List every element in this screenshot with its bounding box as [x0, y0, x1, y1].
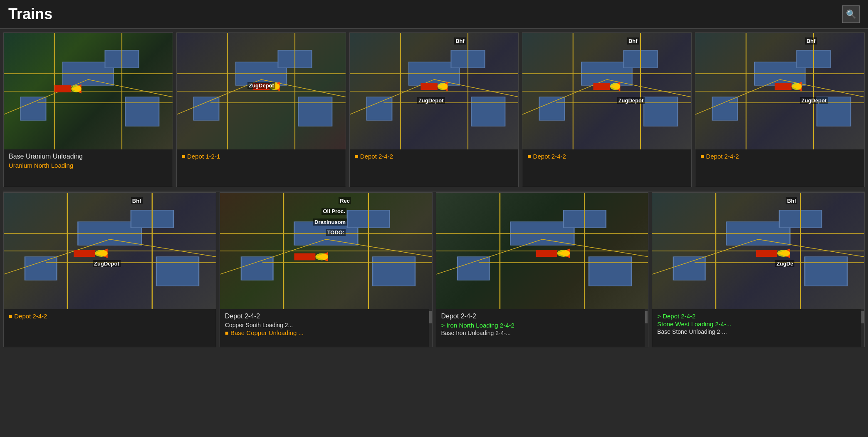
svg-rect-11: [54, 85, 72, 92]
map-label: Draxinusom: [313, 218, 347, 226]
svg-rect-123: [756, 250, 777, 257]
svg-point-111: [557, 250, 570, 257]
svg-point-55: [610, 83, 620, 90]
train-map: BhfZugDepot: [695, 33, 864, 149]
svg-rect-45: [644, 97, 678, 126]
train-route-primary: Stone West Loading 2-4-...: [657, 320, 856, 328]
train-card[interactable]: ZugDepot■ Depot 1-2-1: [176, 32, 346, 187]
train-name: ■ Depot 2-4-2: [355, 153, 514, 160]
svg-rect-58: [712, 97, 738, 120]
page-title: Trains: [8, 5, 52, 23]
map-label: Rec: [339, 197, 351, 204]
search-button[interactable]: 🔍: [842, 5, 860, 23]
svg-rect-115: [805, 257, 847, 286]
train-route-primary: > Iron North Loading 2-4-2: [441, 322, 640, 329]
card-info-wrapper: ■ Depot 2-4-2: [350, 149, 519, 187]
svg-rect-2: [21, 97, 46, 120]
train-map: BhfZugDepot: [522, 33, 691, 149]
card-info-wrapper: Depot 2-4-2> Iron North Loading 2-4-2Bas…: [436, 309, 648, 347]
svg-rect-95: [294, 253, 315, 261]
scrollbar-thumb: [645, 311, 648, 323]
scrollbar[interactable]: [861, 309, 864, 347]
train-name: Depot 2-4-2: [225, 313, 424, 320]
train-route-extra: ■ Base Copper Unloading ...: [225, 329, 424, 336]
train-name: ■ Depot 1-2-1: [182, 153, 341, 160]
svg-rect-17: [298, 97, 332, 126]
map-label: Bhf: [805, 37, 817, 45]
card-info: Depot 2-4-2Copper South Loading 2...■ Ba…: [220, 309, 429, 347]
svg-point-41: [438, 83, 448, 90]
train-name: ■ Depot 2-4-2: [700, 153, 859, 160]
train-card[interactable]: BhfZugDepot■ Depot 2-4-2: [349, 32, 519, 187]
scrollbar[interactable]: [645, 309, 648, 347]
map-label: ZugDepot: [247, 82, 275, 89]
train-map: BhfZugDepot: [350, 33, 519, 149]
card-info: Base Uranium UnloadingUranium North Load…: [4, 149, 173, 187]
map-label: TODO:: [326, 229, 346, 236]
train-card[interactable]: BhfZugDepot■ Depot 2-4-2: [3, 192, 216, 347]
card-info: ■ Depot 2-4-2: [695, 149, 864, 187]
train-route-primary: Uranium North Loading: [9, 162, 168, 169]
svg-rect-81: [74, 250, 95, 257]
train-map: [4, 33, 173, 149]
map-label: ZugDepot: [617, 97, 645, 104]
svg-line-94: [326, 239, 432, 257]
svg-rect-109: [536, 250, 557, 257]
train-card[interactable]: BhfZugDe> Depot 2-4-2Stone West Loading …: [652, 192, 865, 347]
train-route-extra: Base Stone Unloading 2-...: [657, 328, 856, 335]
train-card[interactable]: BhfZugDepot■ Depot 2-4-2: [695, 32, 865, 187]
card-info: Depot 2-4-2> Iron North Loading 2-4-2Bas…: [436, 309, 645, 347]
map-label: Bhf: [131, 197, 143, 204]
train-name: Depot 2-4-2: [441, 313, 640, 320]
svg-rect-53: [594, 83, 611, 90]
trains-row-1: Base Uranium UnloadingUranium North Load…: [0, 29, 868, 191]
svg-point-83: [95, 250, 108, 257]
svg-rect-67: [775, 83, 792, 90]
scrollbar[interactable]: [429, 309, 432, 347]
svg-rect-86: [241, 257, 273, 280]
svg-rect-100: [457, 257, 489, 280]
card-info: ■ Depot 2-4-2: [350, 149, 519, 187]
train-name: ■ Depot 2-4-2: [9, 313, 211, 320]
svg-rect-30: [366, 97, 392, 120]
map-label: Oil Proc.: [321, 208, 346, 215]
svg-point-97: [315, 253, 328, 261]
svg-point-69: [791, 83, 801, 90]
svg-rect-114: [673, 257, 705, 280]
svg-line-10: [88, 79, 173, 97]
svg-rect-31: [471, 97, 505, 126]
app-header: Trains 🔍: [0, 0, 868, 29]
trains-row-2: BhfZugDepot■ Depot 2-4-2RecOil Proc.Drax…: [0, 192, 868, 350]
card-info-wrapper: Depot 2-4-2Copper South Loading 2...■ Ba…: [220, 309, 432, 347]
map-label: ZugDepot: [417, 97, 445, 104]
svg-rect-44: [539, 97, 565, 120]
map-label: Bhf: [454, 37, 466, 45]
train-map: [436, 193, 648, 309]
card-info: ■ Depot 1-2-1: [177, 149, 346, 187]
card-info-wrapper: ■ Depot 2-4-2: [4, 309, 216, 347]
map-label: ZugDepot: [93, 260, 121, 267]
train-route-extra: Base Iron Unloading 2-4-...: [441, 330, 640, 336]
train-card[interactable]: Depot 2-4-2> Iron North Loading 2-4-2Bas…: [436, 192, 649, 347]
card-info-wrapper: Base Uranium UnloadingUranium North Load…: [4, 149, 173, 187]
scrollbar-thumb: [429, 311, 432, 323]
train-card[interactable]: RecOil Proc.DraxinusomTODO:Depot 2-4-2Co…: [220, 192, 433, 347]
map-label: Bhf: [627, 37, 639, 45]
map-label: Bhf: [786, 197, 797, 204]
train-name: ■ Depot 2-4-2: [527, 153, 686, 160]
svg-rect-72: [25, 257, 57, 280]
train-name: Base Uranium Unloading: [9, 153, 168, 160]
card-info: ■ Depot 2-4-2: [4, 309, 216, 347]
svg-rect-3: [125, 97, 159, 126]
train-card[interactable]: BhfZugDepot■ Depot 2-4-2: [522, 32, 692, 187]
train-card[interactable]: Base Uranium UnloadingUranium North Load…: [3, 32, 173, 187]
scrollbar-thumb: [861, 311, 864, 323]
svg-point-125: [777, 250, 790, 257]
svg-rect-16: [193, 97, 219, 120]
card-info-wrapper: > Depot 2-4-2Stone West Loading 2-4-...B…: [652, 309, 864, 347]
map-label: ZugDepot: [800, 97, 828, 104]
train-map: BhfZugDepot: [4, 193, 216, 309]
map-label: ZugDe: [775, 260, 794, 267]
svg-rect-73: [156, 257, 199, 286]
svg-point-13: [71, 85, 81, 92]
